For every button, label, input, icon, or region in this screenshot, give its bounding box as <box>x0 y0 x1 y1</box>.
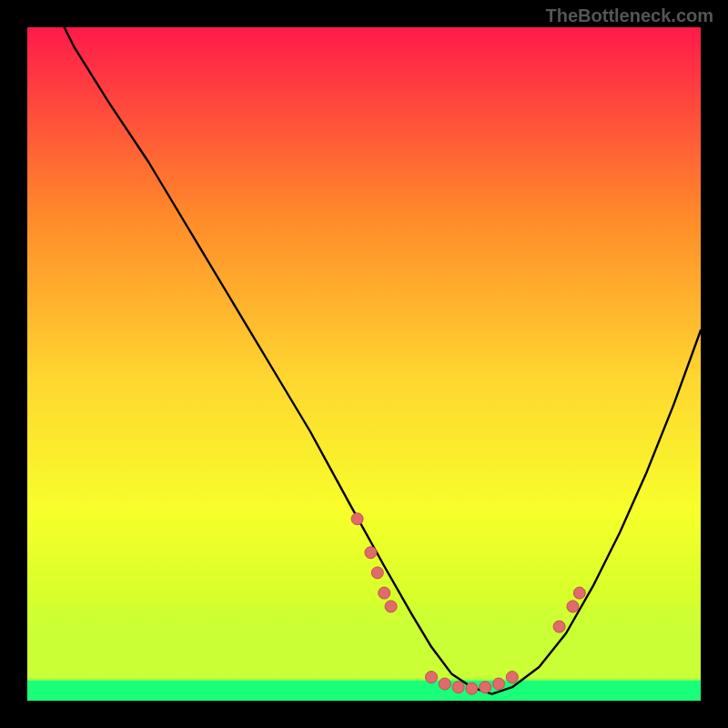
data-point <box>573 587 585 599</box>
data-point <box>493 678 505 690</box>
data-point <box>452 682 464 693</box>
svg-rect-0 <box>27 27 701 701</box>
data-point <box>379 587 390 599</box>
chart-plot-area <box>27 27 701 701</box>
bottleneck-curve-chart <box>27 27 701 701</box>
data-point <box>371 567 383 579</box>
watermark-text: TheBottleneck.com <box>546 5 713 26</box>
data-point <box>351 513 363 525</box>
data-point <box>553 621 565 632</box>
data-point <box>365 547 377 559</box>
svg-rect-2 <box>27 606 701 680</box>
svg-rect-1 <box>27 681 701 701</box>
data-point <box>385 601 397 612</box>
data-point <box>567 601 579 612</box>
data-point <box>480 682 491 693</box>
data-point <box>426 672 438 683</box>
data-point <box>466 682 478 694</box>
data-point <box>439 678 450 690</box>
data-point <box>506 672 518 683</box>
